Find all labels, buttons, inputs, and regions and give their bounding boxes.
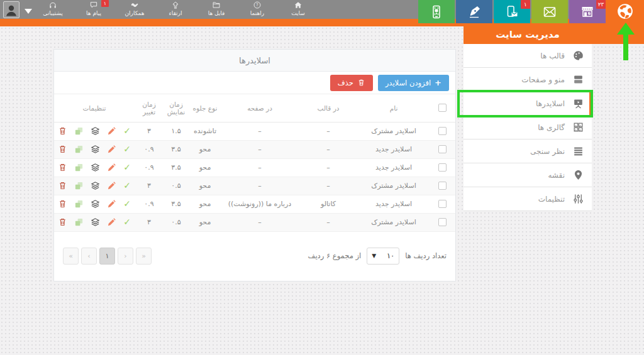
gallery-icon bbox=[572, 121, 584, 133]
nav-item-upgrade[interactable]: ارتقاء bbox=[159, 0, 192, 19]
edit-icon[interactable] bbox=[107, 181, 116, 190]
layers-icon[interactable] bbox=[91, 199, 100, 209]
col-header-name: نام bbox=[358, 94, 429, 122]
sidebar-item-settings[interactable]: تنظیمات bbox=[464, 187, 592, 211]
first-page-button[interactable]: « bbox=[63, 248, 79, 265]
cell-change-time: ۰.۹ bbox=[135, 158, 164, 177]
row-checkbox[interactable] bbox=[438, 127, 447, 135]
select-all-checkbox[interactable] bbox=[438, 104, 447, 112]
duplicate-icon[interactable] bbox=[74, 217, 84, 227]
delete-row-icon[interactable] bbox=[58, 145, 67, 154]
prev-page-button[interactable]: ‹ bbox=[81, 248, 97, 265]
approve-icon[interactable]: ✓ bbox=[123, 217, 131, 227]
store-icon bbox=[580, 4, 595, 19]
cell-template: – bbox=[298, 213, 358, 231]
approve-icon[interactable]: ✓ bbox=[123, 126, 131, 136]
messages-badge: ۱ bbox=[101, 0, 109, 7]
nav-label: راهنما bbox=[250, 9, 264, 18]
duplicate-icon[interactable] bbox=[74, 126, 84, 136]
nav-item-partners[interactable]: همکاران bbox=[118, 0, 151, 19]
nav-label: پیام ها bbox=[86, 9, 101, 18]
nav-item-support[interactable]: پشتیبانی bbox=[36, 0, 69, 19]
duplicate-icon[interactable] bbox=[74, 181, 84, 190]
mobile-app-button[interactable] bbox=[418, 0, 455, 23]
delete-row-icon[interactable] bbox=[58, 181, 67, 190]
nav-item-site[interactable]: سایت bbox=[282, 0, 314, 19]
row-checkbox[interactable] bbox=[438, 163, 447, 172]
approve-icon[interactable]: ✓ bbox=[123, 145, 131, 154]
store-button[interactable]: ۲۳ bbox=[569, 0, 606, 23]
delete-button[interactable]: حذف bbox=[330, 75, 373, 91]
avatar[interactable] bbox=[3, 1, 19, 18]
sidebar-item-sliders[interactable]: اسلایدرها bbox=[464, 92, 592, 116]
cell-name: اسلایدر جدید bbox=[358, 195, 429, 213]
edit-icon[interactable] bbox=[107, 199, 116, 209]
page-1-button[interactable]: ۱ bbox=[99, 248, 115, 265]
cell-effect: محو bbox=[189, 213, 221, 231]
cell-template: – bbox=[298, 177, 358, 195]
chevron-down-icon[interactable] bbox=[25, 9, 32, 14]
sidebar-item-map[interactable]: نقشه bbox=[464, 163, 592, 187]
nav-item-files[interactable]: فایل ها bbox=[200, 0, 233, 19]
sidebar-item-themes[interactable]: قالب ها bbox=[464, 44, 592, 68]
row-checkbox[interactable] bbox=[438, 145, 447, 153]
row-checkbox[interactable] bbox=[438, 182, 447, 190]
envelope-icon bbox=[542, 4, 557, 19]
table-row: اسلایدر مشترک – – محو ۰.۵ ۳ ✓ bbox=[54, 213, 455, 231]
duplicate-icon[interactable] bbox=[74, 199, 84, 209]
email-button[interactable] bbox=[531, 0, 568, 23]
cell-name: اسلایدر مشترک bbox=[358, 177, 429, 195]
cell-page: – bbox=[221, 177, 298, 195]
cell-show-time: ۱.۵ bbox=[164, 122, 189, 140]
layers-icon[interactable] bbox=[91, 217, 100, 227]
sidebar-item-label: تنظیمات bbox=[538, 195, 565, 204]
layers-icon[interactable] bbox=[91, 126, 100, 136]
approve-icon[interactable]: ✓ bbox=[123, 181, 131, 190]
col-header-template: در قالب bbox=[298, 94, 358, 122]
layers-icon[interactable] bbox=[91, 181, 100, 190]
delete-row-icon[interactable] bbox=[58, 217, 67, 227]
last-page-button[interactable]: » bbox=[136, 248, 152, 265]
delete-row-icon[interactable] bbox=[58, 163, 67, 172]
row-checkbox[interactable] bbox=[438, 200, 447, 208]
delete-row-icon[interactable] bbox=[58, 126, 67, 136]
layers-icon[interactable] bbox=[91, 163, 100, 172]
edit-icon[interactable] bbox=[107, 126, 116, 136]
cell-show-time: ۰.۵ bbox=[164, 213, 189, 231]
nav-label: سایت bbox=[291, 9, 305, 18]
table-row: اسلایدر جدید – – محو ۳.۵ ۰.۹ ✓ bbox=[54, 140, 455, 158]
handshake-icon bbox=[130, 1, 139, 9]
col-header-settings: تنظیمات bbox=[54, 94, 135, 122]
row-checkbox[interactable] bbox=[438, 218, 447, 226]
duplicate-icon[interactable] bbox=[74, 145, 84, 154]
approve-icon[interactable]: ✓ bbox=[123, 163, 131, 172]
design-button[interactable] bbox=[456, 0, 492, 23]
sidebar-item-galleries[interactable]: گالری ها bbox=[464, 116, 592, 139]
add-slider-button[interactable]: + افزودن اسلایدر bbox=[378, 75, 449, 91]
sms-button[interactable]: ۱ bbox=[494, 0, 530, 23]
edit-icon[interactable] bbox=[107, 217, 116, 227]
rows-per-page-select[interactable]: ۱۰ ▼ bbox=[367, 248, 399, 265]
nav-item-help[interactable]: ? راهنما bbox=[241, 0, 274, 19]
approve-icon[interactable]: ✓ bbox=[123, 199, 131, 209]
sidebar: قالب ها منو و صفحات اسلایدرها گالری ها ن… bbox=[464, 44, 592, 211]
delete-row-icon[interactable] bbox=[58, 199, 67, 209]
store-badge: ۲۳ bbox=[596, 0, 606, 9]
sidebar-item-poll[interactable]: نظر سنجی bbox=[464, 139, 592, 163]
rows-count-label: تعداد ردیف ها bbox=[405, 251, 447, 260]
mobile-app-icon bbox=[429, 4, 444, 19]
edit-icon[interactable] bbox=[107, 163, 116, 172]
next-page-button[interactable]: › bbox=[118, 248, 133, 265]
table-footer: تعداد ردیف ها ۱۰ ▼ از مجموع ۶ ردیف « ‹ ۱… bbox=[54, 232, 455, 281]
globe-icon[interactable] bbox=[616, 2, 635, 21]
toolbar: + افزودن اسلایدر حذف bbox=[54, 72, 455, 94]
duplicate-icon[interactable] bbox=[74, 163, 84, 172]
map-pin-icon bbox=[572, 169, 584, 181]
chevron-down-icon: ▼ bbox=[372, 253, 376, 259]
user-menu[interactable] bbox=[3, 1, 32, 18]
sidebar-item-menu-pages[interactable]: منو و صفحات bbox=[464, 68, 592, 92]
nav-item-messages[interactable]: ۱ پیام ها bbox=[77, 0, 110, 19]
layers-icon[interactable] bbox=[91, 145, 100, 154]
edit-icon[interactable] bbox=[107, 145, 116, 154]
cell-page: درباره ما ((رونوشت)) bbox=[221, 195, 298, 213]
